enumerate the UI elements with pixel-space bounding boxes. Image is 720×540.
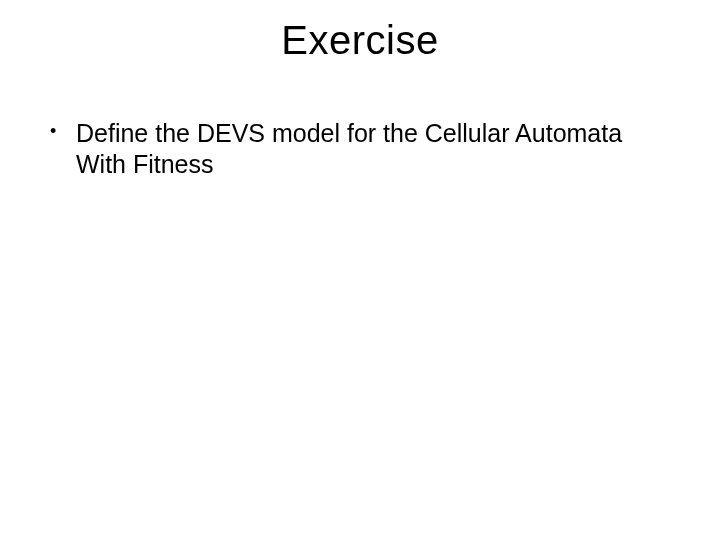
slide-title: Exercise bbox=[0, 18, 720, 63]
slide: Exercise • Define the DEVS model for the… bbox=[0, 0, 720, 540]
bullet-icon: • bbox=[50, 118, 76, 143]
list-item: • Define the DEVS model for the Cellular… bbox=[50, 118, 670, 181]
slide-body: • Define the DEVS model for the Cellular… bbox=[50, 118, 670, 181]
bullet-text: Define the DEVS model for the Cellular A… bbox=[76, 118, 670, 181]
